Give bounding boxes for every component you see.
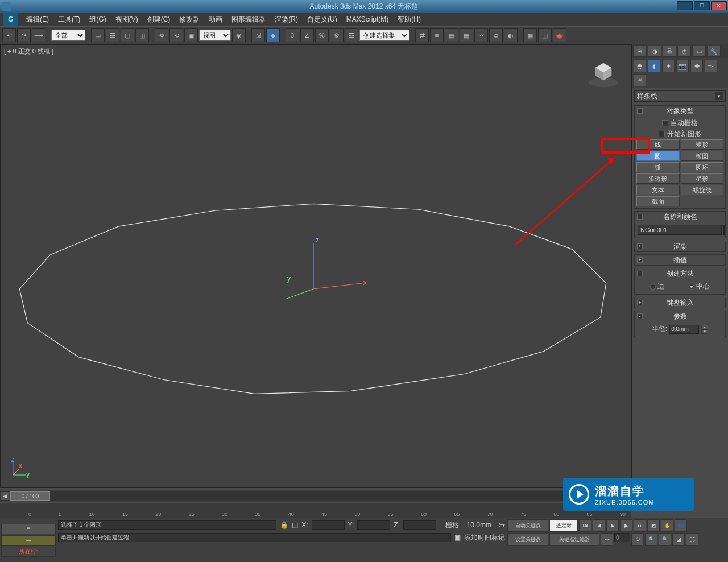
layer-button[interactable]: ▤	[445, 28, 458, 42]
render-button[interactable]: 🫖	[553, 28, 566, 42]
material-button[interactable]: ◐	[504, 28, 518, 42]
current-frame-field[interactable]	[614, 533, 630, 542]
play-button[interactable]: ▶	[606, 519, 619, 532]
cat-lights[interactable]: ✦	[662, 60, 675, 72]
rollout-kb-header[interactable]: +键盘输入	[635, 297, 725, 308]
listener-button[interactable]: —	[1, 535, 56, 546]
btn-circle[interactable]: 圆	[636, 151, 680, 161]
viewport[interactable]: [ + 0 正交 0 线框 ] z x y z y x	[0, 44, 631, 488]
viewport-label[interactable]: [ + 0 正交 0 线框 ]	[4, 47, 53, 56]
menu-create[interactable]: 创建(C)	[143, 13, 175, 26]
tab-modify[interactable]: ◑	[648, 46, 661, 57]
select-name-button[interactable]: ☰	[106, 28, 119, 42]
percent-snap-button[interactable]: %	[315, 28, 329, 42]
menu-group[interactable]: 组(G)	[85, 13, 110, 26]
object-color-swatch[interactable]	[723, 225, 725, 235]
curve-editor-button[interactable]: 〰	[474, 28, 488, 42]
pan-button[interactable]: ✋	[661, 519, 673, 532]
graphite-button[interactable]: ▦	[460, 28, 473, 42]
goto-end-button[interactable]: ⏭	[634, 519, 646, 532]
key-filters-button[interactable]: 关键点过滤器	[549, 533, 599, 546]
rotate-button[interactable]: ⟲	[169, 28, 183, 42]
slider-thumb[interactable]: 0 / 100	[10, 491, 50, 501]
pivot-button[interactable]: ◉	[232, 28, 246, 42]
rollout-interp-header[interactable]: +插值	[635, 255, 725, 265]
btn-arc[interactable]: 弧	[636, 162, 680, 172]
prev-frame-button[interactable]: ◀	[593, 519, 605, 532]
btn-rectangle[interactable]: 矩形	[681, 139, 724, 150]
rollout-method-header[interactable]: -创建方法	[635, 268, 725, 279]
menu-animation[interactable]: 动画	[204, 13, 227, 26]
selected-obj-field[interactable]: 选定对	[549, 519, 578, 532]
ref-coord-system[interactable]: 视图	[199, 30, 231, 41]
edit-named-sel-button[interactable]: ☲	[345, 28, 358, 42]
tab-hierarchy[interactable]: 品	[663, 46, 676, 57]
auto-key-button[interactable]: 自动关键点	[507, 519, 548, 532]
maximize-button[interactable]: ☐	[694, 1, 710, 10]
redo-button[interactable]: ↷	[17, 28, 31, 42]
tab-display[interactable]: ▭	[692, 46, 706, 57]
cat-spacewarps[interactable]: 〰	[705, 60, 717, 72]
cat-helpers[interactable]: ✚	[690, 60, 703, 72]
fov-button[interactable]: ◢	[672, 533, 685, 546]
tab-create[interactable]: ✳	[633, 46, 647, 57]
auto-grid-check[interactable]	[662, 120, 668, 126]
rollout-render-header[interactable]: +渲染	[635, 241, 725, 251]
next-frame-button[interactable]: ▶	[620, 519, 632, 532]
btn-star[interactable]: 星形	[681, 173, 724, 184]
btn-section[interactable]: 截面	[636, 196, 680, 206]
track-bar[interactable]: 051015202530354045505560657075808590	[0, 503, 631, 518]
coord-x[interactable]	[312, 520, 345, 530]
radius-spinner[interactable]: 0.0mm	[669, 325, 699, 334]
menu-views[interactable]: 视图(V)	[111, 13, 143, 26]
goto-start-button[interactable]: ⏮	[579, 519, 592, 532]
named-selection-set[interactable]: 创建选择集	[359, 30, 410, 41]
cat-cameras[interactable]: 📷	[676, 60, 689, 72]
render-setup-button[interactable]: ▩	[523, 28, 537, 42]
btn-helix[interactable]: 螺旋线	[681, 185, 724, 195]
walk-button[interactable]: 👣	[675, 519, 687, 532]
btn-ngon[interactable]: 多边形	[636, 173, 680, 184]
radio-edge[interactable]	[650, 284, 656, 290]
snap-3-button[interactable]: 3	[286, 28, 299, 42]
radius-spin-down[interactable]: ▼	[701, 329, 708, 334]
spinner-snap-button[interactable]: ⚙	[330, 28, 344, 42]
key-mode-button[interactable]: ⊷	[601, 533, 613, 546]
close-button[interactable]: ✕	[711, 1, 727, 10]
scale-button[interactable]: ▣	[184, 28, 198, 42]
tab-motion[interactable]: ◷	[677, 46, 691, 57]
viewcube[interactable]	[586, 55, 621, 89]
link-button[interactable]: ⟿	[32, 28, 46, 42]
cat-shapes[interactable]: ◖	[648, 60, 660, 72]
zoom-all-button[interactable]: 🔍	[659, 533, 671, 546]
maximize-viewport-button[interactable]: ⛶	[686, 533, 698, 546]
select-button[interactable]: ▭	[91, 28, 105, 42]
tab-utilities[interactable]: 🔧	[707, 46, 721, 57]
menu-modifiers[interactable]: 修改器	[175, 13, 204, 26]
zoom-button[interactable]: 🔍	[645, 533, 657, 546]
start-new-shape-check[interactable]	[659, 131, 665, 137]
radius-spin-up[interactable]: ▲	[701, 325, 708, 329]
undo-button[interactable]: ↶	[2, 28, 16, 42]
radio-center[interactable]	[689, 284, 694, 290]
coord-z[interactable]	[403, 520, 436, 530]
window-crossing-button[interactable]: ◫	[135, 28, 149, 42]
rollout-objtype-header[interactable]: -对象类型	[635, 106, 725, 116]
btn-line[interactable]: 线	[636, 139, 680, 150]
render-frame-button[interactable]: ◫	[538, 28, 552, 42]
time-tag-icon[interactable]: ▣	[454, 534, 461, 542]
move-button[interactable]: ✥	[155, 28, 168, 42]
isolate-button[interactable]: ◩	[647, 519, 660, 532]
schematic-button[interactable]: ⧉	[489, 28, 503, 42]
coord-mode-icon[interactable]: ◫	[292, 521, 298, 529]
set-key-button[interactable]: 设置关键点	[507, 533, 548, 546]
rollout-params-header[interactable]: -参数	[635, 311, 725, 321]
menu-grapheditors[interactable]: 图形编辑器	[227, 13, 270, 26]
menu-help[interactable]: 帮助(H)	[393, 13, 425, 26]
cat-systems[interactable]: ✳	[634, 74, 646, 86]
btn-ellipse[interactable]: 椭圆	[681, 151, 724, 161]
btn-donut[interactable]: 圆环	[681, 162, 724, 172]
lock-icon[interactable]: 🔒	[280, 521, 288, 529]
menu-rendering[interactable]: 渲染(R)	[270, 13, 303, 26]
time-slider[interactable]: ◀ 0 / 100 ▶	[0, 490, 631, 502]
